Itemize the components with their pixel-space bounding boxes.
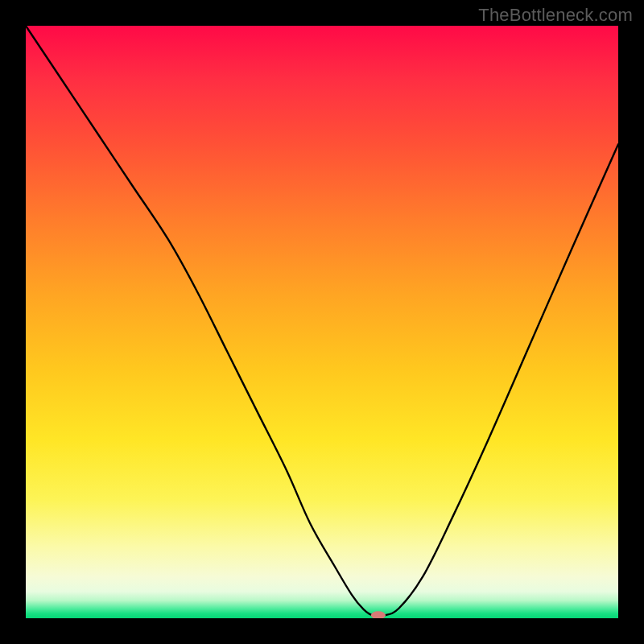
watermark-text: TheBottleneck.com xyxy=(478,5,633,26)
optimum-marker xyxy=(371,611,386,618)
plot-area xyxy=(26,26,618,618)
curve-layer xyxy=(26,26,618,618)
bottleneck-curve xyxy=(26,26,618,616)
chart-frame: TheBottleneck.com xyxy=(0,0,644,644)
